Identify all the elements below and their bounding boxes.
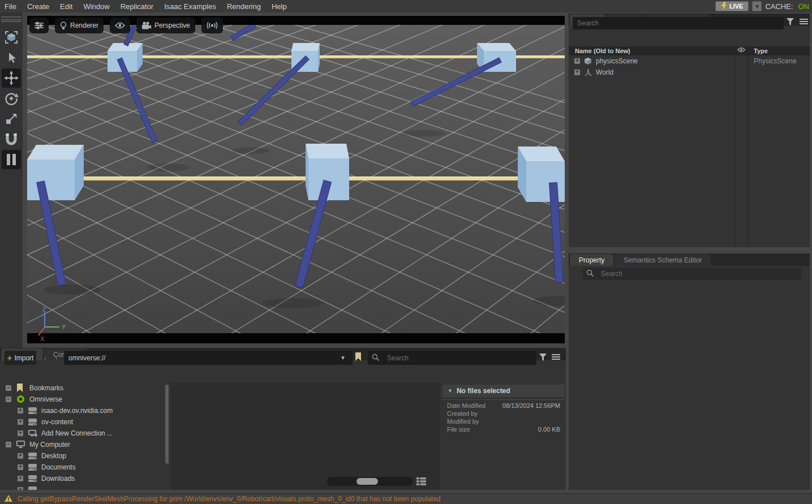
tool-scale-button[interactable] [2, 109, 21, 128]
tree-item-clipped[interactable]: + [0, 484, 170, 490]
expand-icon[interactable]: + [18, 464, 23, 470]
tree-item-label: Documents [41, 463, 76, 471]
tree-item-isaac-dev-ov-nvidia-com[interactable]: +isaac-dev.ov.nvidia.com [0, 405, 170, 416]
expand-icon[interactable]: + [18, 487, 23, 490]
search-icon [586, 269, 594, 279]
tree-item-my-computer[interactable]: −My Computer [0, 439, 170, 450]
tool-pause-button[interactable] [2, 150, 21, 169]
column-type[interactable]: Type [754, 48, 768, 54]
expand-icon[interactable]: + [574, 58, 580, 64]
live-dropdown-button[interactable]: ▼ [752, 1, 762, 11]
filter-icon[interactable] [539, 354, 547, 361]
menu-item-rendering[interactable]: Rendering [227, 2, 261, 11]
prim-name[interactable]: physicsScene [596, 57, 638, 65]
expand-icon[interactable]: + [18, 476, 23, 481]
tree-item-desktop[interactable]: +Desktop [0, 450, 170, 462]
expand-icon[interactable]: + [18, 453, 23, 459]
content-search-input[interactable] [383, 352, 518, 364]
stage-search-input[interactable] [573, 17, 784, 29]
tree-item-label: ov-content [41, 418, 73, 426]
address-bar-input[interactable] [64, 351, 353, 365]
viewport-3d-scene[interactable] [27, 25, 565, 333]
property-search-input[interactable] [596, 268, 783, 279]
slider-handle[interactable] [356, 478, 378, 485]
renderer-dropdown[interactable]: Renderer [55, 18, 104, 33]
tool-magnet-button[interactable] [2, 130, 21, 149]
back-button[interactable]: ‹ [41, 351, 50, 365]
left-toolbar [0, 12, 23, 348]
menu-item-create[interactable]: Create [27, 2, 49, 11]
filter-icon[interactable] [787, 18, 794, 25]
prim-name[interactable]: World [596, 68, 613, 76]
svg-text:Z: Z [42, 307, 46, 313]
visibility-column-eye-icon [737, 47, 745, 54]
visibility-button[interactable] [110, 18, 130, 33]
stage-row-physicsscene[interactable]: +physicsScenePhysicsScene [569, 55, 810, 67]
menu-item-window[interactable]: Window [83, 2, 109, 11]
toolbar-drag-handle[interactable] [1, 16, 22, 22]
stage-tree: +physicsScenePhysicsScene+World [569, 55, 810, 78]
tree-item-bookmarks[interactable]: −Bookmarks [0, 382, 170, 394]
bookmark-icon[interactable] [355, 352, 362, 361]
expand-icon[interactable]: − [6, 397, 11, 402]
broadcast-icon [207, 21, 218, 29]
viewport[interactable]: Renderer Perspective ZYX [27, 16, 565, 343]
tree-item-documents[interactable]: +Documents [0, 462, 170, 473]
thumbnail-size-slider[interactable] [327, 477, 413, 486]
tree-item-label: Desktop [41, 452, 66, 460]
import-label: Import [14, 354, 33, 362]
status-message[interactable]: Calling getBypassRenderSkelMeshProcessin… [18, 495, 441, 503]
menu-item-file[interactable]: File [5, 2, 16, 11]
tree-item-add-new-connection[interactable]: +Add New Connection ... [0, 428, 170, 439]
menu-item-replicator[interactable]: Replicator [121, 2, 154, 11]
tree-item-ov-content[interactable]: +ov-content [0, 416, 170, 428]
tool-move-button[interactable] [2, 68, 21, 88]
address-dropdown-icon[interactable]: ▼ [340, 355, 346, 361]
tool-cursor-button[interactable] [2, 48, 21, 67]
expand-icon[interactable]: − [6, 442, 11, 447]
tree-item-downloads[interactable]: +Downloads [0, 473, 170, 484]
menu-item-help[interactable]: Help [272, 2, 287, 11]
tree-item-omniverse[interactable]: −Omniverse [0, 394, 170, 405]
drive-icon [28, 417, 37, 428]
monitor-icon [16, 440, 25, 450]
options-menu-icon[interactable] [800, 18, 808, 25]
axis-icon [584, 68, 592, 79]
live-label: LIVE [729, 3, 743, 10]
expand-icon[interactable]: − [6, 385, 11, 391]
live-button[interactable]: LIVE [715, 1, 749, 11]
drive-icon [28, 463, 37, 473]
tool-rotate-button[interactable] [2, 89, 21, 108]
tree-item-label: Bookmarks [29, 384, 63, 392]
search-icon [372, 353, 379, 363]
forward-button[interactable]: › [52, 351, 61, 365]
column-name[interactable]: Name (Old to New) [575, 48, 630, 54]
camera-label: Perspective [154, 21, 190, 29]
content-search [368, 351, 536, 365]
tool-frame-button[interactable] [2, 28, 21, 47]
expand-icon[interactable]: + [18, 419, 23, 425]
view-mode-icon[interactable] [416, 477, 426, 485]
broadcast-button[interactable] [201, 18, 223, 33]
files-pane[interactable] [171, 382, 440, 490]
camera-dropdown[interactable]: Perspective [136, 18, 195, 33]
options-menu-icon[interactable] [552, 354, 560, 360]
viewport-toolbar: Renderer Perspective [29, 18, 223, 33]
menu-item-isaac-examples[interactable]: Isaac Examples [164, 2, 216, 11]
property-tab-semantics-schema-editor[interactable]: Semantics Schema Editor [615, 254, 711, 266]
property-tab-property[interactable]: Property [570, 254, 613, 266]
details-header[interactable]: ▼ No files selected [442, 385, 565, 397]
lightbulb-icon [60, 21, 67, 30]
viewport-settings-button[interactable] [29, 18, 49, 33]
svg-text:X: X [40, 335, 45, 342]
expand-icon[interactable]: + [574, 70, 580, 75]
tree-scrollbar[interactable] [165, 385, 169, 464]
import-button[interactable]: + Import [5, 351, 36, 365]
monitor-plus-icon [28, 429, 37, 439]
menu-item-edit[interactable]: Edit [60, 2, 72, 11]
expand-icon[interactable]: + [18, 408, 23, 413]
property-panel: PropertySemantics Schema Editor [569, 253, 810, 490]
stage-column-header[interactable]: Name (Old to New) Type [569, 46, 810, 55]
expand-icon[interactable]: + [18, 430, 23, 436]
stage-row-world[interactable]: +World [569, 67, 810, 78]
